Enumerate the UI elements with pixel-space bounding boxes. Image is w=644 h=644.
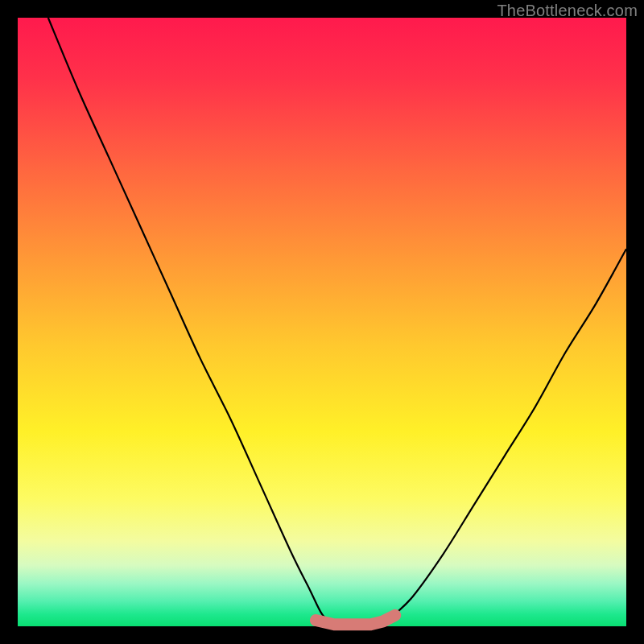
watermark-text: TheBottleneck.com: [497, 2, 638, 20]
left-curve: [48, 18, 334, 626]
chart-frame: TheBottleneck.com: [0, 0, 644, 644]
curve-overlay: [18, 18, 626, 626]
bottom-markers: [316, 615, 394, 624]
right-curve: [383, 249, 626, 626]
